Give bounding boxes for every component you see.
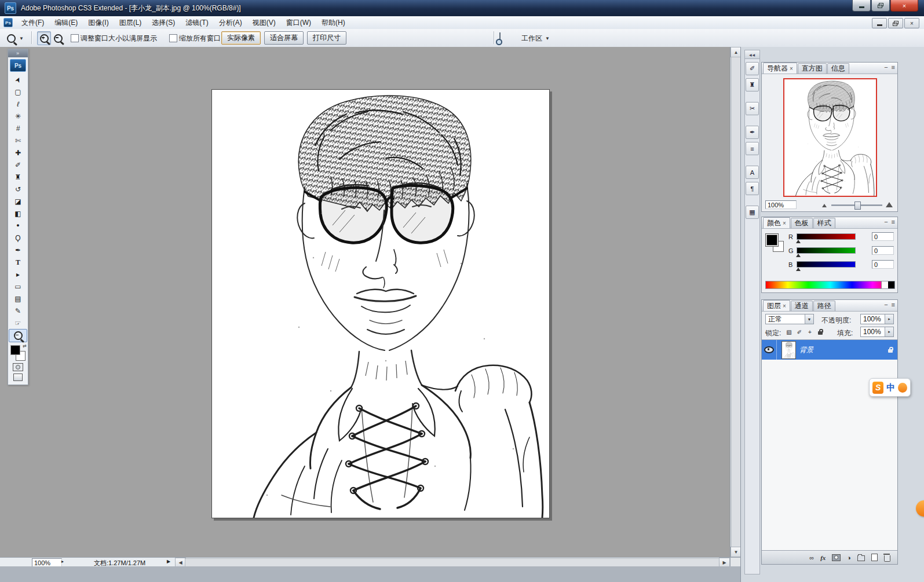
tab-swatches[interactable]: 色板: [791, 218, 813, 228]
go-to-bridge-button[interactable]: [499, 33, 501, 43]
zoom-tool-preset[interactable]: [7, 34, 16, 45]
paragraph-panel-icon[interactable]: ¶: [746, 182, 759, 195]
print-size-button[interactable]: 打印尺寸: [307, 31, 346, 45]
magic-wand-tool[interactable]: ✳: [9, 110, 27, 122]
zoom-out-mode-button[interactable]: [51, 31, 65, 45]
eraser-tool[interactable]: ◪: [9, 195, 27, 207]
menu-help[interactable]: 帮助(H): [316, 16, 350, 29]
tool-preset-dropdown-icon[interactable]: ▼: [19, 36, 24, 41]
status-zoom-field[interactable]: 100%: [32, 558, 62, 567]
zoom-tool[interactable]: [9, 329, 27, 342]
vertical-scrollbar[interactable]: ▲ ▼: [730, 47, 740, 557]
actual-pixels-button[interactable]: 实际像素: [221, 31, 261, 45]
tab-close-icon[interactable]: ×: [783, 220, 786, 226]
crop-tool[interactable]: #: [9, 122, 27, 134]
new-group-button[interactable]: [857, 554, 865, 561]
menu-edit[interactable]: 编辑(E): [49, 16, 83, 29]
spectrum-black-swatch[interactable]: [888, 281, 894, 288]
green-slider-marker[interactable]: [796, 254, 801, 257]
panel-minimize-icon[interactable]: −: [884, 218, 888, 225]
ime-hand-icon[interactable]: [898, 383, 907, 393]
screen-mode-button[interactable]: [13, 374, 23, 381]
red-channel-slider[interactable]: [797, 233, 856, 240]
panel-minimize-icon[interactable]: −: [884, 64, 888, 71]
resize-window-checkbox[interactable]: [71, 34, 79, 42]
history-brush-tool[interactable]: ↺: [9, 183, 27, 195]
panel-menu-icon[interactable]: ≡: [892, 218, 895, 225]
layer-visibility-cell[interactable]: [762, 340, 777, 360]
window-minimize-button[interactable]: [852, 0, 871, 12]
navigator-zoom-slider[interactable]: [831, 204, 882, 207]
menu-view[interactable]: 视图(V): [247, 16, 281, 29]
sogou-ime-icon[interactable]: S: [872, 382, 883, 394]
panel-menu-icon[interactable]: ≡: [892, 64, 895, 71]
layer-comps-panel-icon[interactable]: ≡: [746, 142, 759, 155]
horizontal-scroll-thumb[interactable]: [185, 558, 720, 567]
lock-transparency-button[interactable]: ▧: [784, 327, 794, 337]
tool-presets-panel-icon[interactable]: ✂: [746, 102, 759, 115]
navigator-slider-thumb[interactable]: [854, 202, 861, 210]
tab-paths[interactable]: 路径: [813, 301, 835, 311]
rectangle-tool[interactable]: ▭: [9, 280, 27, 292]
new-layer-button[interactable]: [871, 554, 878, 561]
menu-window[interactable]: 窗口(W): [281, 16, 316, 29]
workspace-dropdown[interactable]: 工作区 ▼: [521, 34, 550, 43]
green-value-field[interactable]: 0: [872, 246, 894, 255]
brushes-panel-icon[interactable]: ✐: [746, 62, 759, 75]
swap-colors-icon[interactable]: ⇄: [23, 343, 27, 349]
navigator-preview[interactable]: [783, 78, 877, 197]
color-spectrum-ramp[interactable]: [765, 281, 895, 289]
tab-histogram[interactable]: 直方图: [798, 63, 827, 74]
styles-panel-icon[interactable]: ✒: [746, 126, 759, 139]
zoom-in-mountain-icon[interactable]: [886, 202, 893, 207]
healing-brush-tool[interactable]: ✚: [9, 147, 27, 159]
layer-style-button[interactable]: fx: [820, 554, 826, 561]
tab-info[interactable]: 信息: [827, 63, 849, 74]
spinner-icon[interactable]: ▸: [885, 327, 893, 336]
menu-filter[interactable]: 滤镜(T): [180, 16, 213, 29]
green-channel-slider[interactable]: [797, 247, 856, 254]
blue-slider-marker[interactable]: [796, 268, 801, 271]
doc-close-button[interactable]: ×: [904, 18, 919, 28]
marquee-tool[interactable]: ▢: [9, 86, 27, 98]
blur-tool[interactable]: ●: [9, 219, 27, 232]
blue-value-field[interactable]: 0: [872, 260, 894, 269]
menu-layer[interactable]: 图层(L): [114, 16, 147, 29]
pen-tool[interactable]: ✒: [9, 244, 27, 256]
tab-close-icon[interactable]: ×: [790, 65, 793, 72]
adjustment-layer-button[interactable]: ◑: [847, 554, 851, 561]
clone-source-panel-icon[interactable]: ♜: [746, 78, 759, 91]
info-panel-icon[interactable]: ▦: [746, 206, 759, 219]
navigator-zoom-field[interactable]: 100%: [765, 200, 797, 209]
spinner-icon[interactable]: ▸: [885, 314, 893, 324]
delete-layer-button[interactable]: [884, 554, 890, 562]
add-layer-mask-button[interactable]: [832, 554, 841, 561]
tab-styles[interactable]: 样式: [813, 218, 835, 228]
tab-close-icon[interactable]: ×: [783, 303, 786, 309]
notes-tool[interactable]: ▤: [9, 292, 27, 305]
menu-file[interactable]: 文件(F): [16, 16, 49, 29]
ps-logo-button[interactable]: Ps: [10, 59, 26, 72]
brush-tool[interactable]: ✐: [9, 159, 27, 171]
tab-layers[interactable]: 图层 ×: [763, 300, 790, 311]
quick-mask-button[interactable]: [13, 363, 23, 371]
foreground-color-swatch[interactable]: [10, 345, 20, 355]
panel-minimize-icon[interactable]: −: [884, 301, 888, 308]
zoom-out-mountain-icon[interactable]: [822, 204, 827, 207]
menu-select[interactable]: 选择(S): [147, 16, 180, 29]
window-close-button[interactable]: ×: [890, 0, 918, 12]
document-image[interactable]: [211, 89, 550, 518]
foreground-color-swatch[interactable]: [766, 235, 777, 246]
type-tool[interactable]: T: [9, 256, 27, 268]
link-layers-button[interactable]: ∞: [809, 554, 814, 561]
menu-analysis[interactable]: 分析(A): [214, 16, 247, 29]
eyedropper-tool[interactable]: ✎: [9, 305, 27, 317]
status-proxy-icon[interactable]: ▸: [61, 559, 64, 564]
doc-minimize-button[interactable]: [872, 18, 887, 28]
red-value-field[interactable]: 0: [872, 232, 894, 241]
menu-image[interactable]: 图像(I): [83, 16, 114, 29]
blue-channel-slider[interactable]: [797, 261, 856, 268]
ime-toolbar[interactable]: S 中: [869, 378, 911, 397]
clone-stamp-tool[interactable]: ♜: [9, 171, 27, 183]
expand-dock-button[interactable]: ◀◀: [745, 50, 759, 59]
